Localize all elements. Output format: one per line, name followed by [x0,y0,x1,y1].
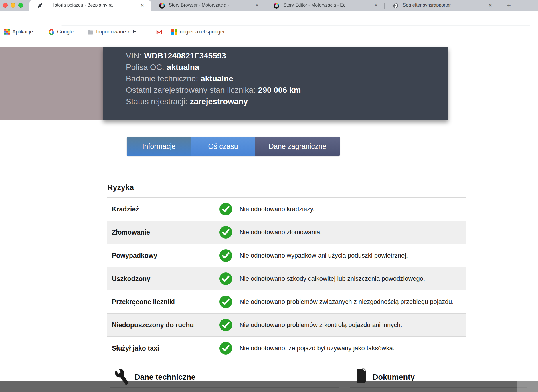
close-tab-icon[interactable]: × [487,2,493,8]
polisa-oc-row: Polisa OC:aktualna [126,62,301,73]
check-circle-icon [219,249,232,262]
bookmark-label: Importowane z IE [96,29,136,35]
section-dane-techniczne[interactable]: Dane techniczne [134,373,195,382]
minimize-window-button[interactable] [11,3,15,8]
bookmark-label: ringier axel springer [180,29,225,35]
status-rejestracji-row: Status rejestracji:zarejestrowany [126,96,301,107]
bookmark-google[interactable]: Google [49,26,74,38]
check-circle-icon [219,226,232,239]
risk-row-powypadkowy: Powypadkowy Nie odnotowano wypadków ani … [107,244,466,267]
globe-icon [393,3,399,9]
check-circle-icon [219,296,232,308]
vehicle-photo [0,47,103,120]
stan-licznika-row: Ostatni zarejestrowany stan licznika:290… [126,84,301,96]
close-tab-icon[interactable]: × [139,2,145,8]
check-circle-icon [219,319,232,331]
tab-title: Søg efter synsrapporter [403,3,486,9]
close-tab-icon[interactable]: × [373,2,379,8]
folder-icon [87,29,94,35]
risk-row-kradziez: Kradzież Nie odnotowano kradzieży. [107,197,466,221]
bookmark-ringier-axel-springer[interactable]: ringier axel springer [171,26,225,38]
feather-icon [37,3,43,9]
bottom-overlay-band [0,381,538,392]
risks-section: Ryzyka Kradzież Nie odnotowano kradzieży… [107,183,466,360]
onet-ring-icon [159,3,165,9]
check-circle-icon [219,272,232,285]
close-tab-icon[interactable]: × [254,2,260,8]
tab-divider [384,3,385,9]
risk-row-uszkodzony: Uszkodzony Nie odnotowano szkody całkowi… [107,267,466,290]
new-tab-button[interactable]: + [504,1,513,10]
tab-divider [266,3,266,9]
bookmark-aplikacje[interactable]: Aplikacje [4,26,33,38]
gmail-icon [156,29,162,34]
tab-strip: Historia pojazdu - Bezpłatny ra × Story … [0,0,538,11]
risk-row-przekrecone-liczniki: Przekręcone liczniki Nie odnotowano prob… [107,290,466,313]
browser-toolbar: historiapojazdu.gov.pl/strona-glowna/-/h… [0,11,538,26]
risk-row-sluzyl-jako-taxi: Służył jako taxi Nie odnotowano, że poja… [107,336,466,360]
check-circle-icon [219,342,232,355]
microsoft-icon [171,29,177,35]
tab-dane-zagraniczne[interactable]: Dane zagraniczne [255,137,340,156]
apps-grid-icon [4,29,10,35]
bookmark-importowane-z-ie[interactable]: Importowane z IE [87,26,136,38]
risks-title: Ryzyka [107,183,466,197]
tab-informacje[interactable]: Informacje [127,137,191,156]
bookmark-label: Google [57,29,74,35]
google-g-icon [49,29,54,35]
browser-tab-historia-pojazdu[interactable]: Historia pojazdu - Bezpłatny ra × [29,0,151,11]
bookmarks-bar: Aplikacje Google Importowane z IE [0,26,538,38]
tab-title: Story Browser - Motoryzacja - [169,3,250,9]
bookmark-label: Aplikacje [12,29,33,35]
close-window-button[interactable] [3,3,8,8]
tab-title: Historia pojazdu - Bezpłatny ra [50,3,136,9]
scrollbar-track[interactable] [517,381,538,392]
section-tab-bar: Informacje Oś czasu Dane zagraniczne [127,137,340,156]
tab-os-czasu[interactable]: Oś czasu [191,137,255,156]
onet-ring-icon [274,3,279,9]
vehicle-summary-panel: VIN:WDB1240821F345593 Polisa OC:aktualna… [103,47,448,120]
fullscreen-window-button[interactable] [18,3,23,8]
section-dokumenty[interactable]: Dokumenty [373,373,415,382]
bookmark-gmail[interactable] [156,26,162,38]
browser-window: Historia pojazdu - Bezpłatny ra × Story … [0,0,538,392]
risk-row-zlomowanie: Złomowanie Nie odnotowano złomowania. [107,221,466,244]
vin-row: VIN:WDB1240821F345593 [126,50,301,62]
check-circle-icon [219,203,232,215]
badanie-techniczne-row: Badanie techniczne:aktualne [126,73,301,84]
tab-title: Story Editor - Motoryzacja - Ed [283,3,369,9]
risk-row-niedopuszczony-do-ruchu: Niedopuszczony do ruchu Nie odnotowano p… [107,313,466,336]
